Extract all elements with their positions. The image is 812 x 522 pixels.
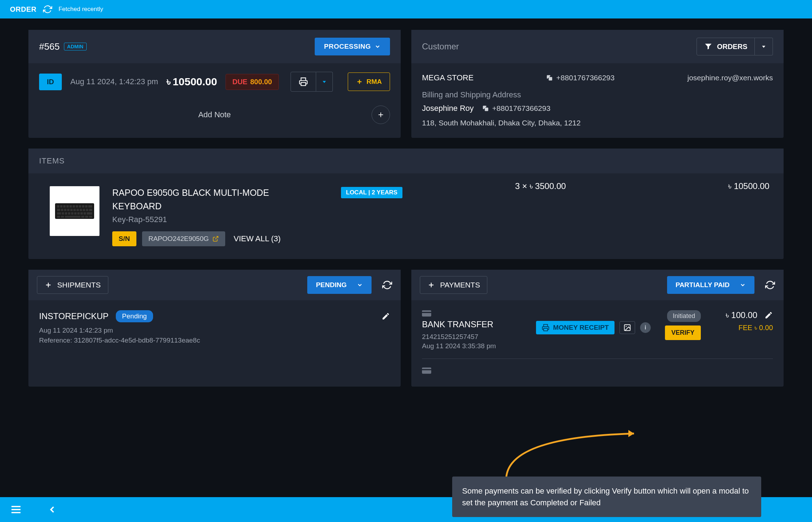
top-bar: ORDER Fetched recently <box>0 0 812 18</box>
page-title: ORDER <box>10 5 37 14</box>
customer-phone-2[interactable]: +8801767366293 <box>482 104 551 113</box>
copy-icon <box>546 75 553 81</box>
customer-store: MEGA STORE <box>422 73 473 82</box>
image-icon[interactable] <box>619 321 635 334</box>
print-button[interactable] <box>291 72 316 92</box>
svg-rect-14 <box>70 205 72 208</box>
back-icon[interactable] <box>47 504 58 515</box>
svg-rect-19 <box>85 205 88 208</box>
add-note-button[interactable] <box>372 106 390 124</box>
order-date: Aug 11 2024, 1:42:23 pm <box>70 77 158 86</box>
order-total: ৳10500.00 <box>167 76 217 88</box>
svg-rect-0 <box>301 82 305 86</box>
payment-amount: ৳ 100.00 <box>726 310 757 320</box>
svg-rect-21 <box>57 209 60 211</box>
payment-initiated-pill: Initiated <box>667 310 701 322</box>
tooltip: Some payments can be verified by clickin… <box>452 477 761 517</box>
view-all-link[interactable]: VIEW ALL (3) <box>234 234 281 243</box>
svg-rect-25 <box>70 209 73 211</box>
sync-payments-icon[interactable] <box>765 280 775 290</box>
shipment-reference: Reference: 312807f5-adcc-4e5d-bdb8-77991… <box>39 337 390 344</box>
order-number: #565 <box>39 41 60 52</box>
svg-rect-8 <box>485 108 488 111</box>
item-qty-price: 3 × ৳ 3500.00 <box>515 181 566 191</box>
item-image[interactable] <box>50 186 99 236</box>
money-receipt-button[interactable]: MONEY RECEIPT <box>536 321 615 334</box>
customer-orders-dropdown[interactable] <box>755 38 773 55</box>
rma-button[interactable]: RMA <box>348 72 390 91</box>
svg-rect-15 <box>73 205 75 208</box>
svg-rect-43 <box>61 216 64 218</box>
customer-card: Customer ORDERS MEGA STORE +880 <box>411 30 784 138</box>
svg-marker-6 <box>762 46 765 48</box>
svg-rect-36 <box>71 212 74 215</box>
print-dropdown[interactable] <box>316 72 333 92</box>
add-note-row[interactable]: Add Note <box>28 100 401 129</box>
customer-email[interactable]: josephine.roy@xen.works <box>687 74 773 82</box>
shipment-status-button[interactable]: PENDING <box>307 276 372 294</box>
item-row: RAPOO E9050G BLACK MULTI-MODE KEYBOARD K… <box>28 173 784 259</box>
info-icon[interactable]: i <box>640 322 651 333</box>
svg-rect-37 <box>74 212 77 215</box>
svg-rect-30 <box>86 209 88 211</box>
item-name[interactable]: RAPOO E9050G BLACK MULTI-MODE KEYBOARD <box>112 186 276 213</box>
item-sku: Key-Rap-55291 <box>112 215 762 224</box>
sn-badge[interactable]: S/N <box>112 231 136 246</box>
plus-icon <box>427 281 435 289</box>
id-badge[interactable]: ID <box>39 74 62 90</box>
customer-phone[interactable]: +8801767366293 <box>546 74 615 82</box>
plus-icon <box>356 78 363 85</box>
order-status-button[interactable]: PROCESSING <box>315 38 390 55</box>
svg-rect-17 <box>79 205 81 208</box>
edit-shipment-icon[interactable] <box>381 312 390 321</box>
chevron-down-icon <box>740 282 746 288</box>
svg-rect-16 <box>76 205 78 208</box>
svg-rect-11 <box>60 205 63 208</box>
chevron-down-icon <box>357 282 363 288</box>
payment-status-button[interactable]: PARTIALLY PAID <box>667 276 754 294</box>
svg-rect-45 <box>81 216 85 218</box>
caret-down-icon <box>322 79 327 84</box>
svg-rect-40 <box>83 212 86 215</box>
external-link-icon <box>212 236 219 242</box>
svg-marker-1 <box>323 81 326 83</box>
shipments-card: SHIPMENTS PENDING INSTOREPICKUP Pending <box>28 270 401 387</box>
serial-chip[interactable]: RAPOO242E9050G <box>142 231 225 246</box>
items-card: ITEMS RAPOO E9050G BLACK MULTI-MODE KEYB… <box>28 149 784 259</box>
address-label: Billing and Shipping Address <box>422 85 773 102</box>
svg-point-57 <box>626 326 627 327</box>
add-shipment-button[interactable]: SHIPMENTS <box>37 276 108 294</box>
svg-rect-32 <box>57 212 61 215</box>
printer-icon <box>299 77 308 86</box>
svg-rect-10 <box>57 205 60 208</box>
menu-icon[interactable] <box>10 504 22 516</box>
svg-rect-44 <box>65 216 81 218</box>
add-payment-button[interactable]: PAYMENTS <box>420 276 487 294</box>
verify-button[interactable]: VERIFY <box>665 325 701 340</box>
refresh-icon[interactable] <box>43 5 52 14</box>
svg-rect-23 <box>64 209 66 211</box>
chevron-down-icon <box>374 43 381 50</box>
svg-line-48 <box>215 236 218 239</box>
svg-rect-54 <box>422 312 431 313</box>
payment-reference: 214215251257457 <box>422 333 496 341</box>
edit-payment-icon[interactable] <box>764 311 773 319</box>
customer-address: 118, South Mohakhali, Dhaka City, Dhaka,… <box>422 115 773 131</box>
copy-icon <box>482 105 489 112</box>
sync-shipments-icon[interactable] <box>382 280 392 290</box>
svg-rect-31 <box>89 209 92 211</box>
customer-name: Josephine Roy <box>422 102 474 115</box>
svg-rect-33 <box>62 212 64 215</box>
payment-fee: FEE ৳ 0.00 <box>738 324 773 332</box>
annotation-arrow <box>496 423 645 483</box>
customer-orders-button[interactable]: ORDERS <box>697 38 755 55</box>
svg-marker-60 <box>628 430 634 437</box>
add-note-label: Add Note <box>198 110 231 119</box>
fetched-label: Fetched recently <box>59 6 103 13</box>
shipment-method: INSTOREPICKUP <box>39 311 109 321</box>
svg-rect-28 <box>80 209 82 211</box>
svg-rect-38 <box>77 212 80 215</box>
svg-rect-24 <box>67 209 70 211</box>
svg-rect-20 <box>88 205 92 208</box>
keyboard-icon <box>55 203 94 219</box>
